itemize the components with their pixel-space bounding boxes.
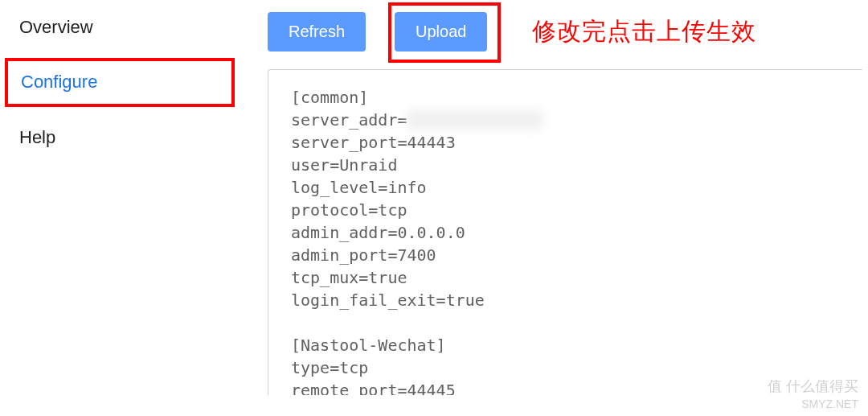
sidebar-item-configure[interactable]: Configure bbox=[2, 55, 238, 109]
sidebar-item-overview[interactable]: Overview bbox=[0, 0, 240, 55]
sidebar: Overview Configure Help bbox=[0, 0, 240, 416]
main-content: Refresh Upload 修改完点击上传生效 [common] server… bbox=[240, 0, 868, 416]
sidebar-item-help[interactable]: Help bbox=[0, 110, 240, 165]
config-textarea[interactable]: [common] server_addr=xxx.xxx.xxx.xx serv… bbox=[268, 69, 862, 395]
toolbar: Refresh Upload 修改完点击上传生效 bbox=[268, 12, 868, 51]
refresh-button[interactable]: Refresh bbox=[268, 12, 366, 51]
upload-hint-annotation: 修改完点击上传生效 bbox=[532, 15, 756, 48]
upload-button[interactable]: Upload bbox=[395, 12, 487, 51]
